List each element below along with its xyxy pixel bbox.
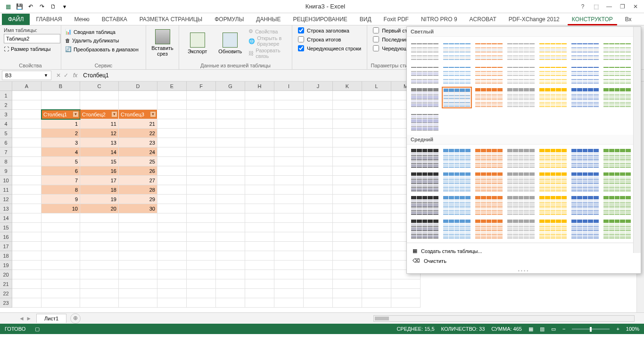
table-style-swatch[interactable] — [506, 218, 536, 240]
table-style-swatch[interactable] — [442, 195, 472, 216]
save-icon[interactable]: 💾 — [14, 1, 25, 12]
sheet-tab[interactable]: Лист1 — [36, 314, 66, 323]
tab-вид[interactable]: ВИД — [354, 14, 378, 25]
cell[interactable] — [12, 204, 41, 213]
cell[interactable] — [362, 147, 391, 157]
cell[interactable] — [274, 279, 304, 289]
cell[interactable] — [119, 100, 157, 110]
table-style-swatch[interactable] — [570, 171, 600, 193]
cell[interactable]: Столбец1▼ — [41, 110, 80, 119]
table-style-swatch[interactable] — [570, 40, 600, 61]
cell[interactable] — [362, 166, 391, 176]
cell[interactable] — [362, 91, 391, 100]
cell[interactable] — [304, 119, 333, 129]
cell[interactable] — [12, 119, 41, 129]
tab-разметка страницы[interactable]: РАЗМЕТКА СТРАНИЦЫ — [133, 14, 209, 25]
cell[interactable] — [216, 223, 245, 232]
col-header[interactable]: B — [41, 82, 80, 91]
table-style-swatch[interactable] — [442, 40, 472, 61]
cell[interactable] — [245, 261, 274, 270]
banded-rows-checkbox[interactable]: Чередующиеся строки — [298, 45, 361, 51]
cell[interactable] — [333, 110, 362, 119]
tab-рецензирование[interactable]: РЕЦЕНЗИРОВАНИЕ — [287, 14, 353, 25]
cell[interactable] — [12, 138, 41, 147]
cell[interactable] — [216, 138, 245, 147]
table-style-swatch[interactable] — [410, 218, 440, 240]
cell[interactable] — [304, 100, 333, 110]
cell[interactable] — [41, 100, 80, 110]
tab-формулы[interactable]: ФОРМУЛЫ — [208, 14, 250, 25]
cell[interactable] — [274, 232, 304, 242]
cell[interactable] — [12, 251, 41, 261]
minimize-icon[interactable]: — — [604, 2, 614, 11]
table-style-swatch[interactable] — [602, 87, 632, 108]
cell[interactable]: 14 — [80, 147, 119, 157]
first-col-checkbox[interactable]: Первый ст — [373, 27, 409, 33]
cell[interactable] — [304, 110, 333, 119]
cell[interactable] — [187, 119, 216, 129]
table-style-swatch[interactable] — [474, 195, 504, 216]
cell[interactable] — [187, 110, 216, 119]
cell[interactable]: 30 — [119, 204, 157, 213]
row-header[interactable]: 6 — [0, 138, 12, 147]
table-style-swatch[interactable] — [442, 218, 472, 240]
cell[interactable] — [119, 261, 157, 270]
cell[interactable] — [187, 204, 216, 213]
cell[interactable] — [245, 119, 274, 129]
row-header[interactable]: 16 — [0, 232, 12, 242]
cell[interactable] — [157, 213, 187, 223]
tab-nitro pro 9[interactable]: NITRO PRO 9 — [415, 14, 463, 25]
cell[interactable] — [216, 100, 245, 110]
row-header[interactable]: 15 — [0, 223, 12, 232]
cell[interactable] — [245, 110, 274, 119]
export-button[interactable]: Экспорт — [183, 27, 212, 59]
cell[interactable] — [187, 289, 216, 298]
cell[interactable] — [119, 213, 157, 223]
cell[interactable] — [80, 261, 119, 270]
clear-style-button[interactable]: ⌫Очистить — [410, 256, 638, 266]
cell[interactable] — [362, 289, 391, 298]
filter-dropdown-icon[interactable]: ▼ — [73, 111, 79, 117]
confirm-icon[interactable]: ✓ — [64, 72, 68, 79]
cell[interactable]: 22 — [119, 129, 157, 138]
table-style-swatch[interactable] — [410, 195, 440, 216]
table-style-swatch[interactable] — [410, 171, 440, 193]
cell[interactable] — [80, 242, 119, 251]
col-header[interactable]: F — [187, 82, 216, 91]
cell[interactable] — [304, 138, 333, 147]
table-style-swatch[interactable] — [474, 147, 504, 169]
row-header[interactable]: 7 — [0, 147, 12, 157]
cell[interactable] — [362, 270, 391, 279]
cell[interactable]: 16 — [80, 166, 119, 176]
cell[interactable] — [274, 176, 304, 185]
cell[interactable] — [245, 195, 274, 204]
row-header[interactable]: 3 — [0, 110, 12, 119]
cell[interactable]: 23 — [119, 138, 157, 147]
cell[interactable] — [274, 195, 304, 204]
cell[interactable] — [333, 91, 362, 100]
view-break-icon[interactable]: ▭ — [551, 326, 556, 332]
cell[interactable]: 17 — [80, 176, 119, 185]
table-style-swatch[interactable] — [506, 195, 536, 216]
cell[interactable] — [333, 298, 362, 308]
cell[interactable] — [333, 147, 362, 157]
cell[interactable] — [362, 195, 391, 204]
cell[interactable] — [362, 279, 391, 289]
row-header[interactable]: 23 — [0, 298, 12, 308]
cell[interactable] — [187, 91, 216, 100]
cell[interactable]: 7 — [41, 176, 80, 185]
cell[interactable] — [41, 298, 80, 308]
cell[interactable] — [304, 166, 333, 176]
cell[interactable] — [274, 204, 304, 213]
cell[interactable] — [119, 251, 157, 261]
cell[interactable] — [157, 129, 187, 138]
cell[interactable] — [333, 157, 362, 166]
cell[interactable]: Столбец3▼ — [119, 110, 157, 119]
cell[interactable] — [304, 185, 333, 195]
gallery-resize-handle[interactable]: •••• — [407, 269, 641, 273]
cell[interactable] — [245, 232, 274, 242]
cell[interactable] — [119, 289, 157, 298]
row-header[interactable]: 14 — [0, 213, 12, 223]
select-all[interactable] — [0, 82, 12, 91]
cell[interactable] — [245, 185, 274, 195]
